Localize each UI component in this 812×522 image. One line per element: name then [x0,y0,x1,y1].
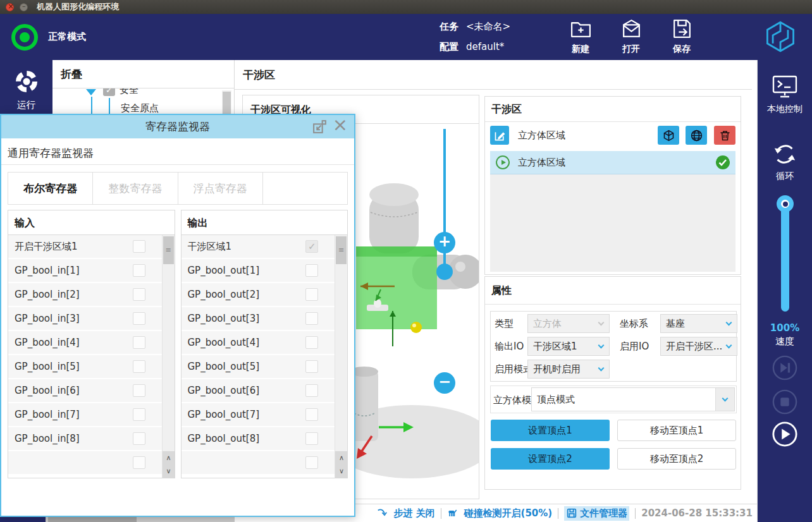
zoom-in-button[interactable]: + [434,232,455,253]
dialog-restore-icon[interactable] [312,119,328,135]
chevron-down-icon [598,320,605,326]
register-checkbox[interactable] [305,456,318,469]
local-control-label: 本地控制 [758,104,812,115]
scrollbar-thumb[interactable]: ≡ [336,236,347,264]
window-close-button[interactable] [6,3,14,11]
register-checkbox[interactable] [305,432,318,445]
register-row: GP_bool_in[1] [8,259,162,283]
save-button[interactable]: 保存 [656,17,708,55]
pencil-icon [493,129,507,142]
play-button[interactable] [758,421,812,450]
register-row: GP_bool_out[5] [181,355,335,379]
register-checkbox[interactable] [133,336,145,349]
scroll-down-icon[interactable]: ∨ [163,464,175,478]
type-select: 立方体 [527,314,610,333]
register-checkbox[interactable] [133,240,145,253]
zone-toolbar: 立方体区域 [485,122,741,150]
app-window: 机器人图形化编程环境 正常模式 任务<未命名> 配置default* 新建 打开… [0,0,812,522]
register-checkbox[interactable] [305,240,318,253]
file-manager-button[interactable]: 文件管理器 [564,506,629,521]
register-checkbox[interactable] [133,264,145,277]
horizontal-scrollbar[interactable] [0,517,235,522]
brand-logo-icon [764,20,797,53]
local-control-button[interactable]: 本地控制 [758,74,812,115]
tree-child-label[interactable]: 安全原点 [121,102,159,114]
step-forward-button[interactable] [758,355,812,384]
register-checkbox[interactable] [305,360,318,373]
dialog-header[interactable]: 寄存器监视器 × [1,115,354,138]
open-button[interactable]: 打开 [605,17,657,55]
edit-zone-button[interactable] [490,126,509,145]
speed-slider-track[interactable] [781,204,789,312]
register-label: GP_bool_out[3] [181,313,260,324]
register-checkbox[interactable] [305,288,318,301]
register-checkbox[interactable] [133,288,145,301]
register-checkbox[interactable] [305,336,318,349]
register-label: GP_bool_out[8] [181,433,260,444]
zoom-slider-handle[interactable] [436,264,453,280]
tree-collapse-header[interactable]: 折叠 [52,60,234,88]
set-vertex1-button[interactable]: 设置顶点1 [491,420,610,441]
register-checkbox[interactable] [305,408,318,421]
frame-select[interactable]: 基座 [660,314,737,333]
dialog-title: 寄存器监视器 [1,115,354,138]
register-checkbox[interactable] [133,312,145,325]
scroll-down-icon[interactable]: ∨ [335,464,347,478]
scroll-up-icon[interactable]: ∧ [163,451,175,464]
output-io-select[interactable]: 干涉区域1 [527,337,610,356]
register-row: GP_bool_out[1] [181,259,335,283]
divider [558,508,558,519]
delete-zone-button[interactable] [714,126,735,145]
open-envelope-icon [620,31,643,43]
move-vertex1-button[interactable]: 移动至顶点1 [617,420,736,441]
window-minimize-button[interactable] [20,3,28,11]
set-vertex2-button[interactable]: 设置顶点2 [491,448,610,470]
input-scrollbar[interactable]: ≡ ∧ ∨ [162,235,175,478]
register-checkbox[interactable] [133,384,145,397]
enable-io-label: 启用IO [620,337,649,356]
globe-icon [690,129,703,142]
zoom-out-button[interactable]: − [434,372,455,394]
register-row: GP_bool_out[4] [181,331,335,355]
register-row [181,451,335,475]
zone-list-item-selected[interactable]: 立方体区域 [490,151,735,174]
register-checkbox[interactable] [305,384,318,397]
file-manager-label: 文件管理器 [580,507,627,519]
enable-mode-select[interactable]: 开机时启用 [527,360,610,379]
register-checkbox[interactable] [133,408,145,421]
input-register-list: 输入 开启干涉区域1 GP_bool_in[1] [8,210,175,478]
globe-button[interactable] [686,126,707,145]
tab-int-register[interactable]: 整数寄存器 [92,172,178,205]
register-checkbox[interactable] [133,456,145,469]
divider [635,508,636,519]
move-vertex2-button[interactable]: 移动至顶点2 [617,448,736,470]
scroll-up-icon[interactable]: ∧ [335,451,347,464]
stop-button[interactable] [758,389,812,418]
cube-view-button[interactable] [658,126,679,145]
register-row: 干涉区域1 [181,235,335,259]
loop-button[interactable]: 循环 [758,141,812,182]
zone-play-icon[interactable] [495,155,510,170]
register-checkbox[interactable] [133,360,145,373]
speed-slider-handle[interactable] [777,195,794,212]
step-status[interactable]: 步进 关闭 [393,507,434,519]
output-scrollbar[interactable]: ≡ ∧ ∨ [335,235,347,478]
run-label: 运行 [0,99,52,111]
collision-status[interactable]: 碰撞检测开启(50%) [464,507,553,519]
tree-expand-triangle-icon[interactable] [86,89,96,95]
register-checkbox[interactable] [305,312,318,325]
register-checkbox[interactable] [305,264,318,277]
tab-float-register[interactable]: 浮点寄存器 [178,172,263,205]
scrollbar-thumb[interactable]: ≡ [163,236,174,264]
register-checkbox[interactable] [133,432,145,445]
register-label: 干涉区域1 [181,241,232,253]
register-row: GP_bool_out[3] [181,307,335,331]
horizontal-scrollbar-thumb[interactable] [48,517,137,522]
new-button[interactable]: 新建 [555,17,606,55]
sidebar-item-run[interactable]: 运行 [0,60,52,111]
enable-io-select[interactable]: 开启干涉区... [660,337,737,356]
tab-bool-register[interactable]: 布尔寄存器 [8,172,93,205]
cube-mode-select[interactable]: 顶点模式 [531,387,735,411]
dialog-close-icon[interactable]: × [331,114,349,135]
register-row: GP_bool_in[5] [8,355,162,379]
